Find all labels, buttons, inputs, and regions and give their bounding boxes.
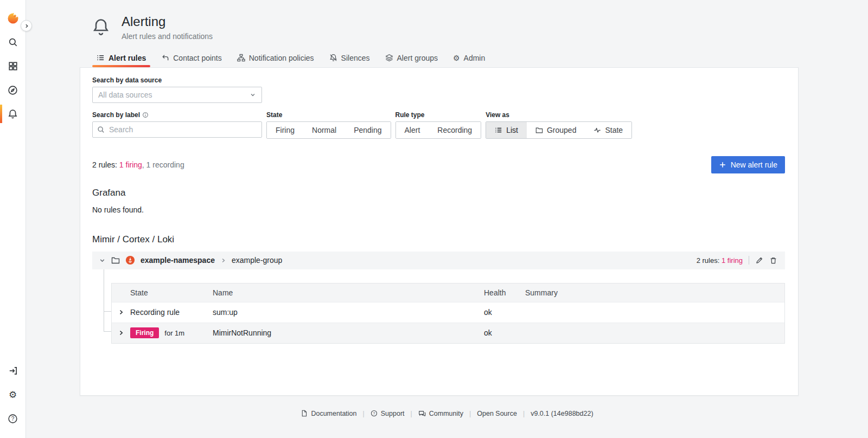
rule-type-recording-button[interactable]: Recording — [429, 122, 481, 138]
edit-group-button[interactable] — [755, 256, 763, 265]
rule-name: MimirNotRunning — [213, 328, 484, 337]
bell-slash-icon — [329, 54, 337, 62]
tab-silences[interactable]: Silences — [324, 51, 375, 67]
dashboards-sidebar-button[interactable] — [0, 54, 26, 78]
view-as-filter-label: View as — [486, 111, 632, 119]
chevron-down-icon — [250, 92, 256, 98]
column-header-state: State — [130, 288, 213, 297]
layers-icon — [385, 54, 393, 62]
datasource-select[interactable]: All data sources — [92, 87, 262, 103]
footer-link-label: Open Source — [477, 410, 517, 417]
trash-icon — [769, 256, 777, 265]
list-icon — [495, 126, 502, 134]
rules-summary-prefix: 2 rules: — [92, 160, 117, 169]
tab-label: Alert rules — [108, 54, 146, 62]
view-as-grouped-label: Grouped — [547, 126, 576, 134]
label-search-input[interactable] — [108, 125, 257, 134]
divider — [749, 256, 749, 265]
gear-icon: ⚙ — [453, 54, 460, 62]
table-row: Recording rule sum:up ok — [112, 302, 784, 323]
list-icon — [97, 54, 105, 62]
folder-icon — [535, 126, 543, 134]
rules-summary-rest: , 1 recording — [142, 160, 184, 169]
tab-contact-points[interactable]: Contact points — [156, 51, 227, 67]
footer-link-label: Support — [381, 410, 405, 417]
footer-version-label: v9.0.1 (14e988bd22) — [531, 410, 593, 417]
tab-notification-policies[interactable]: Notification policies — [232, 51, 320, 67]
view-as-state-button[interactable]: State — [585, 122, 631, 138]
footer-link-community[interactable]: Community — [418, 410, 463, 417]
page-header-text: Alerting Alert rules and notifications — [122, 14, 213, 41]
sign-in-icon — [8, 366, 18, 376]
state-pending-button[interactable]: Pending — [345, 122, 390, 138]
datasource-filter-label: Search by data source — [92, 76, 785, 84]
content-card: Search by data source All data sources S… — [80, 67, 799, 396]
rule-state: Firing for 1m — [130, 327, 213, 338]
help-sidebar-button[interactable]: ? — [0, 407, 26, 430]
gear-icon: ⚙ — [9, 390, 17, 400]
sign-in-sidebar-button[interactable] — [0, 359, 26, 383]
chevron-down-icon[interactable] — [99, 257, 106, 264]
rule-type-filter: Rule type Alert Recording — [395, 111, 482, 139]
corner-arrow-icon — [161, 54, 169, 62]
footer-version: v9.0.1 (14e988bd22) — [531, 410, 593, 417]
group-stats-prefix: 2 rules: — [697, 256, 720, 265]
tab-alert-groups[interactable]: Alert groups — [380, 51, 443, 67]
rule-type-filter-label: Rule type — [395, 111, 482, 119]
alerting-sidebar-button[interactable] — [0, 102, 26, 126]
chevron-right-icon — [118, 309, 124, 315]
group-stats: 2 rules: 1 firing — [697, 256, 743, 265]
sidebar-expand-button[interactable] — [21, 20, 32, 31]
label-filter-label-text: Search by label — [92, 111, 140, 119]
expand-row-button[interactable] — [112, 309, 130, 315]
search-icon — [8, 37, 18, 47]
datasource-filter: Search by data source All data sources — [92, 76, 785, 103]
view-as-grouped-button[interactable]: Grouped — [527, 122, 585, 138]
view-as-list-button[interactable]: List — [486, 122, 527, 138]
main-area: Alerting Alert rules and notifications A… — [26, 0, 868, 438]
state-normal-button[interactable]: Normal — [303, 122, 345, 138]
tab-admin[interactable]: ⚙ Admin — [448, 51, 490, 67]
view-as-state-label: State — [605, 126, 623, 134]
tab-label: Alert groups — [397, 54, 438, 62]
rule-type-alert-button[interactable]: Alert — [396, 122, 429, 138]
explore-sidebar-button[interactable] — [0, 78, 26, 102]
grafana-section: Grafana No rules found. — [92, 188, 785, 214]
pulse-icon — [593, 126, 601, 134]
settings-sidebar-button[interactable]: ⚙ — [0, 383, 26, 407]
svg-text:?: ? — [373, 411, 375, 415]
view-as-filter: View as List — [486, 111, 632, 139]
divider: | — [363, 410, 365, 417]
tree-connector — [104, 311, 111, 312]
label-filter-label: Search by label — [92, 111, 262, 119]
tabbar: Alert rules Contact points Notification … — [91, 51, 868, 67]
chat-bubbles-icon — [418, 410, 426, 417]
tab-alert-rules[interactable]: Alert rules — [91, 51, 151, 67]
group-header-right: 2 rules: 1 firing — [697, 256, 777, 265]
footer-link-documentation[interactable]: Documentation — [301, 410, 356, 417]
grafana-logo-icon — [7, 12, 19, 24]
delete-group-button[interactable] — [769, 256, 777, 265]
mimir-section: Mimir / Cortex / Loki — [92, 234, 785, 344]
state-firing-button[interactable]: Firing — [267, 122, 303, 138]
footer-link-open-source[interactable]: Open Source — [477, 410, 517, 417]
search-sidebar-button[interactable] — [0, 30, 26, 54]
divider: | — [469, 410, 471, 417]
rule-type-button-group: Alert Recording — [395, 121, 482, 139]
sidebar-bottom: ⚙ ? — [0, 359, 26, 430]
expand-row-button[interactable] — [112, 330, 130, 336]
rule-group-header[interactable]: example-namespace example-group 2 rules:… — [92, 252, 785, 269]
document-icon — [301, 410, 308, 417]
tab-label: Contact points — [173, 54, 222, 62]
active-indicator-bar — [0, 105, 2, 123]
tree-connector — [104, 269, 104, 331]
footer-link-support[interactable]: ? Support — [371, 410, 405, 417]
state-filter-label: State — [266, 111, 391, 119]
rule-health: ok — [484, 328, 525, 337]
group-name-label: example-group — [232, 256, 282, 265]
filters-row: Search by label — [92, 111, 785, 139]
rule-health: ok — [484, 308, 525, 317]
folder-icon — [111, 256, 120, 265]
new-alert-rule-button[interactable]: New alert rule — [711, 156, 785, 173]
rule-name: sum:up — [213, 308, 484, 317]
